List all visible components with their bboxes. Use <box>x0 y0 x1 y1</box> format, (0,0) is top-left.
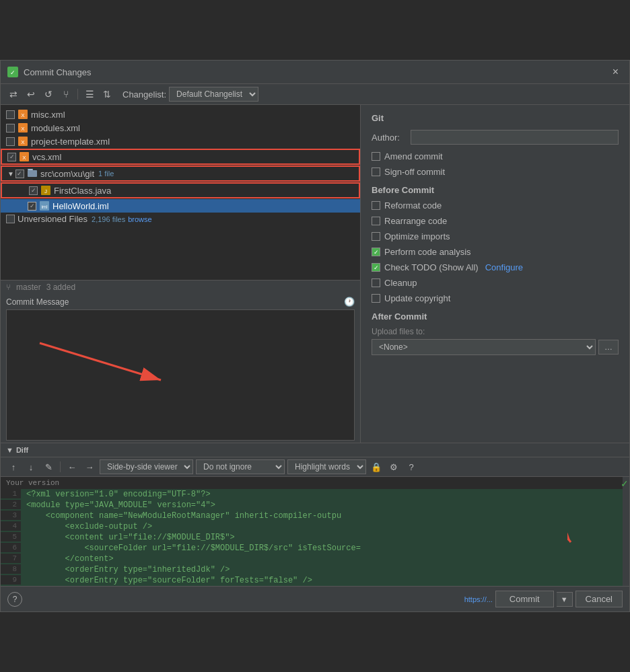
tree-item-helloworld[interactable]: iml HelloWorld.iml <box>1 199 360 213</box>
line-num-3: 3 <box>1 511 21 520</box>
tree-item-misc[interactable]: X misc.xml <box>1 108 360 121</box>
tree-item-firstclass[interactable]: J FirstClass.java <box>1 182 360 198</box>
svg-rect-10 <box>28 170 37 177</box>
copyright-row: Update copyright <box>372 293 619 303</box>
tree-item-unversioned[interactable]: Unversioned Files 2,196 files browse <box>1 213 360 225</box>
cancel-button[interactable]: Cancel <box>575 591 623 607</box>
ignore-select[interactable]: Do not ignoreIgnore whitespace <box>196 459 285 474</box>
bottom-right: https://... Commit ▼ Cancel <box>464 591 623 607</box>
diff-header: ▼ Diff <box>1 443 629 457</box>
unversioned-count: 2,196 files <box>92 215 125 223</box>
move-to-changelist-btn[interactable]: ⇄ <box>6 87 21 102</box>
commit-message-section: Commit Message 🕐 <box>1 294 360 443</box>
git-branch-icon: ⑂ <box>6 283 11 292</box>
file-label-modules: modules.xml <box>31 123 80 133</box>
xml-icon-misc: X <box>18 109 28 120</box>
tree-item-vcs[interactable]: X vcs.xml <box>1 149 360 165</box>
lock-btn[interactable]: 🔒 <box>369 459 384 474</box>
merge-btn[interactable]: ⑂ <box>59 87 73 102</box>
author-input[interactable] <box>411 130 619 145</box>
configure-link[interactable]: Configure <box>485 262 523 272</box>
file-label-firstclass: FirstClass.java <box>54 186 111 196</box>
toolbar: ⇄ ↩ ↺ ⑂ ☰ ⇅ Changelist: Default Changeli… <box>1 84 629 105</box>
unversioned-label: Unversioned Files <box>18 214 88 224</box>
commit-button[interactable]: Commit <box>495 591 554 607</box>
line-content-9: <orderEntry type="sourceFolder" forTests… <box>21 575 623 586</box>
diff-up-btn[interactable]: ↑ <box>6 459 21 474</box>
status-url: https://... <box>464 595 493 603</box>
line-content-8: <orderEntry type="inheritedJdk" /> <box>21 564 623 575</box>
clock-icon: 🕐 <box>344 297 355 307</box>
commit-message-title: Commit Message <box>6 297 69 307</box>
optimize-row: Optimize imports <box>372 231 619 241</box>
line-num-2: 2 <box>1 500 21 509</box>
signoff-checkbox[interactable] <box>372 167 380 176</box>
copyright-checkbox[interactable] <box>372 294 380 303</box>
cleanup-checkbox[interactable] <box>372 278 380 287</box>
xml-icon-modules: X <box>18 122 28 133</box>
amend-checkbox[interactable] <box>372 152 380 161</box>
diff-toggle[interactable]: ▼ Diff <box>6 446 28 454</box>
diff-prev-btn[interactable]: ← <box>65 459 79 474</box>
refresh-btn[interactable]: ↺ <box>41 87 56 102</box>
checkbox-project-template[interactable] <box>6 137 15 146</box>
reformat-label: Reformat code <box>384 200 442 211</box>
perform-checkbox[interactable] <box>372 248 380 256</box>
checkbox-misc[interactable] <box>6 110 15 119</box>
checktodo-row: Check TODO (Show All) Configure <box>372 262 619 272</box>
commit-message-input[interactable] <box>6 309 355 441</box>
xml-icon-vcs: X <box>19 151 30 162</box>
checkbox-firstclass[interactable] <box>29 186 38 195</box>
svg-text:iml: iml <box>42 204 48 209</box>
diff-down-btn[interactable]: ↓ <box>24 459 38 474</box>
browse-link[interactable]: browse <box>128 215 151 223</box>
diff-label: Diff <box>16 446 28 454</box>
diff-version-label: Your version <box>1 477 623 489</box>
upload-settings-btn[interactable]: … <box>598 340 619 354</box>
diff-sep1 <box>60 461 61 472</box>
close-button[interactable]: × <box>608 65 623 79</box>
diff-edit-btn[interactable]: ✎ <box>41 459 56 474</box>
checkbox-src[interactable] <box>15 170 24 178</box>
amend-commit-label: Amend commit <box>384 151 443 161</box>
checkbox-modules[interactable] <box>6 124 15 133</box>
cleanup-row: Cleanup <box>372 278 619 288</box>
tree-item-src-folder[interactable]: ▼ src\com\xu\git 1 file <box>1 165 360 182</box>
undo-btn[interactable]: ↩ <box>24 87 38 102</box>
viewer-select[interactable]: Side-by-side viewerUnified viewer <box>100 459 193 474</box>
tree-item-modules[interactable]: X modules.xml <box>1 121 360 135</box>
line-content-2: <module type="JAVA_MODULE" version="4"> <box>21 500 623 511</box>
sort-asc-btn[interactable]: ☰ <box>82 87 97 102</box>
diff-scrollbar[interactable]: ✓ <box>623 477 629 586</box>
line-content-6: <sourceFolder url="file://$MODULE_DIR$/s… <box>21 543 623 554</box>
checkbox-helloworld[interactable] <box>28 202 36 211</box>
checkbox-vcs[interactable] <box>7 153 16 161</box>
commit-dropdown-btn[interactable]: ▼ <box>557 592 573 607</box>
help-diff-btn[interactable]: ? <box>404 459 419 474</box>
changelist-select[interactable]: Default Changelist <box>169 87 258 102</box>
file-tree[interactable]: X misc.xml X modules.xml X <box>1 105 360 280</box>
tree-item-project-template[interactable]: X project-template.xml <box>1 135 360 148</box>
checkbox-unversioned[interactable] <box>6 215 15 223</box>
checktodo-checkbox[interactable] <box>372 263 380 272</box>
file-label-project-template: project-template.xml <box>31 137 110 147</box>
diff-line-6: 6 <sourceFolder url="file://$MODULE_DIR$… <box>1 543 623 554</box>
help-button[interactable]: ? <box>7 592 22 607</box>
upload-select[interactable]: <None> <box>372 339 596 355</box>
diff-line-4: 4 <exclude-output /> <box>1 521 623 532</box>
textarea-container <box>6 309 355 443</box>
settings-btn[interactable]: ⚙ <box>386 459 401 474</box>
diff-toolbar: ↑ ↓ ✎ ← → Side-by-side viewerUnified vie… <box>1 457 629 477</box>
line-num-7: 7 <box>1 554 21 563</box>
bottom-bar: ? https://... Commit ▼ Cancel <box>1 586 629 611</box>
optimize-checkbox[interactable] <box>372 232 380 241</box>
highlight-select[interactable]: Highlight words <box>287 459 366 474</box>
copyright-label: Update copyright <box>384 293 450 303</box>
rearrange-checkbox[interactable] <box>372 217 380 225</box>
reformat-checkbox[interactable] <box>372 201 380 210</box>
diff-next-btn[interactable]: → <box>82 459 97 474</box>
window-title: Commit Changes <box>24 67 91 77</box>
after-commit-title: After Commit <box>372 311 619 322</box>
sort-desc-btn[interactable]: ⇅ <box>100 87 114 102</box>
svg-text:X: X <box>22 155 26 161</box>
